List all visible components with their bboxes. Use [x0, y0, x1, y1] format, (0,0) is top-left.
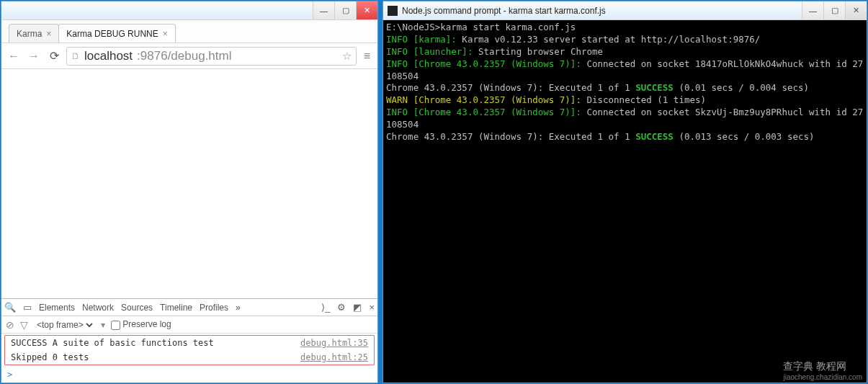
console-source-link[interactable]: debug.html:35 [300, 338, 368, 348]
cmd-title: Node.js command prompt - karma start kar… [402, 6, 606, 16]
console-prompt[interactable]: > [1, 367, 377, 383]
tab-karma[interactable]: Karma × [9, 24, 59, 43]
frame-selector[interactable]: <top frame> [34, 319, 95, 331]
cmd-window: Node.js command prompt - karma start kar… [382, 1, 867, 383]
devtools-tab-profiles[interactable]: Profiles [200, 303, 228, 313]
devtools-tab-network[interactable]: Network [82, 303, 114, 313]
forward-icon: → [26, 48, 42, 64]
filter-icon[interactable]: ▽ [20, 319, 28, 331]
terminal-output[interactable]: E:\NodeJS>karma start karma.conf.jsINFO … [383, 20, 867, 383]
chrome-tabbar: Karma × Karma DEBUG RUNNE × [1, 20, 377, 43]
url-host: localhost [84, 49, 133, 63]
device-icon[interactable]: ▭ [23, 302, 32, 313]
drawer-toggle-icon[interactable]: ⟩_ [321, 302, 330, 313]
tab-label: Karma [17, 29, 42, 39]
chevron-down-icon[interactable]: ▾ [101, 320, 105, 330]
devtools-panel: 🔍 ▭ Elements Network Sources Timeline Pr… [1, 298, 377, 383]
page-icon: 🗋 [71, 51, 80, 61]
devtools-close-icon[interactable]: × [369, 302, 375, 313]
devtools-tab-sources[interactable]: Sources [121, 303, 153, 313]
chrome-window: — ▢ ✕ Karma × Karma DEBUG RUNNE × ← → ⟳ … [1, 1, 378, 383]
console-input[interactable] [15, 370, 372, 380]
cmd-titlebar[interactable]: Node.js command prompt - karma start kar… [383, 1, 867, 20]
address-bar[interactable]: 🗋 localhost:9876/debug.html ☆ [66, 47, 357, 66]
url-path: :9876/debug.html [137, 49, 231, 63]
console-filter-bar: ⊘ ▽ <top frame> ▾ Preserve log [1, 316, 377, 334]
chrome-menu-icon[interactable]: ≡ [361, 50, 373, 63]
search-icon[interactable]: 🔍 [4, 302, 16, 313]
tab-karma-debug[interactable]: Karma DEBUG RUNNE × [58, 24, 175, 43]
devtools-tab-more[interactable]: » [236, 303, 241, 313]
console-line: Skipped 0 tests debug.html:25 [5, 350, 374, 365]
bookmark-star-icon[interactable]: ☆ [342, 50, 352, 63]
page-viewport [1, 69, 377, 298]
chrome-titlebar[interactable]: — ▢ ✕ [1, 1, 377, 20]
devtools-tabbar: 🔍 ▭ Elements Network Sources Timeline Pr… [1, 299, 377, 316]
cmd-close-button[interactable]: ✕ [845, 1, 867, 19]
chrome-close-button[interactable]: ✕ [356, 1, 377, 19]
devtools-tab-timeline[interactable]: Timeline [160, 303, 192, 313]
clear-console-icon[interactable]: ⊘ [6, 319, 14, 331]
console-line: SUCCESS A suite of basic functions test … [5, 336, 374, 350]
devtools-tab-elements[interactable]: Elements [39, 303, 75, 313]
chrome-maximize-button[interactable]: ▢ [334, 1, 356, 19]
console-output: SUCCESS A suite of basic functions test … [1, 334, 377, 383]
settings-gear-icon[interactable]: ⚙ [337, 302, 346, 313]
reload-icon[interactable]: ⟳ [46, 48, 62, 64]
tab-close-icon[interactable]: × [46, 29, 51, 39]
cmd-sysmenu-icon[interactable] [388, 6, 398, 16]
back-icon[interactable]: ← [6, 48, 22, 64]
chrome-toolbar: ← → ⟳ 🗋 localhost:9876/debug.html ☆ ≡ [1, 43, 377, 69]
preserve-log-toggle[interactable]: Preserve log [111, 319, 171, 329]
cmd-minimize-button[interactable]: — [802, 1, 823, 19]
console-source-link[interactable]: debug.html:25 [300, 352, 368, 362]
tab-label: Karma DEBUG RUNNE [66, 29, 158, 39]
tab-close-icon[interactable]: × [163, 29, 168, 39]
dock-icon[interactable]: ◩ [353, 302, 362, 313]
cmd-maximize-button[interactable]: ▢ [823, 1, 845, 19]
chrome-minimize-button[interactable]: — [313, 1, 334, 19]
